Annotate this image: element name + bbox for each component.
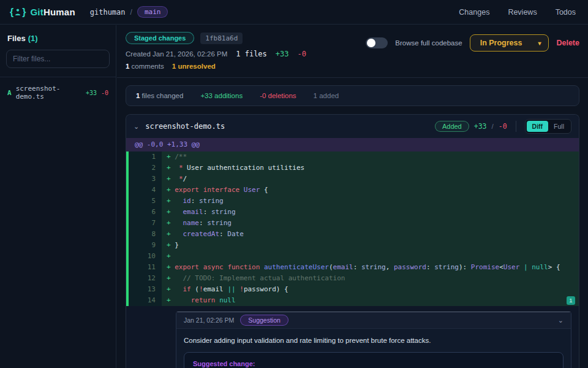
review-badges-row: Staged changes 1fb81a6d [126,32,306,44]
files-count-text: 1 files [236,50,267,58]
repo-name: githuman [90,8,126,17]
diff-line: 11+ export async function authenticateUs… [126,262,579,273]
diff-line: 13+ if (!email || !password) { [126,284,579,295]
comment-panel: Jan 21, 02:26 PM Suggestion ⌄ Consider a… [176,312,571,368]
diff-line: 3+ */ [126,174,579,185]
line-number: 2 [129,163,162,174]
line-content: + if (!email || !password) { [162,284,579,295]
brace-right: } [22,7,26,18]
delete-button[interactable]: Delete [556,39,579,47]
line-content: + id: string [162,196,579,207]
diff-plus-marker: + [167,285,175,293]
files-count: (1) [28,34,38,43]
brand-name: GitHuman [30,7,75,17]
comment-timestamp: Jan 21, 02:26 PM [184,316,234,324]
line-number: 8 [129,229,162,240]
view-mode-segmented-control: Diff Full [525,119,571,134]
diff-line: 6+ email: string [126,207,579,218]
files-label: Files [7,34,26,43]
diff-plus-marker: + [167,208,175,216]
nav-reviews[interactable]: Reviews [508,8,537,17]
suggested-change-box: Suggested change: [184,352,564,368]
comment-header: Jan 21, 02:26 PM Suggestion ⌄ [176,312,571,329]
diff-plus-marker: + [167,175,175,183]
diff-plus-marker: + [167,186,175,194]
deletions-count: -0 [298,50,306,58]
app-header: { } GitHuman githuman / main Changes Rev… [0,0,588,25]
diff-plus-marker: + [167,197,175,205]
collapse-chevron-icon[interactable]: ⌄ [134,123,139,131]
additions-count: +33 [276,50,289,58]
diff-view-button[interactable]: Diff [527,121,549,132]
file-name: screenshot-demo.ts [16,85,81,101]
browse-codebase-label: Browse full codebase [395,39,462,47]
file-deletions-count: -0 [499,122,507,131]
diff-line: 4+ export interface User { [126,185,579,196]
filter-files-input[interactable] [6,50,110,68]
line-content: + export interface User { [162,185,579,196]
file-card-actions: Added +33 / -0 Diff Full [435,119,571,134]
line-number: 7 [129,218,162,229]
line-content: + name: string [162,218,579,229]
stat-additions: +33 additions [200,92,243,99]
line-content: + // TODO: Implement actual authenticati… [162,273,579,284]
commit-hash-chip: 1fb81a6d [200,33,243,44]
browse-codebase-toggle[interactable] [366,37,388,48]
line-number: 14 [129,295,162,306]
comment-collapse-chevron-icon[interactable]: ⌄ [558,316,564,324]
line-comment-count-badge[interactable]: 1 [567,296,575,305]
line-content: + return null1 [162,295,579,306]
diff-plus-marker: + [167,296,175,304]
diff-line: 8+ createdAt: Date [126,229,579,240]
hunk-header: @@ -0,0 +1,33 @@ [126,138,579,151]
diff-file-name: screenshot-demo.ts [145,122,225,131]
stat-files-changed: 1 files changed [136,92,183,99]
file-card-title: ⌄ screenshot-demo.ts [134,122,225,131]
vertical-divider [516,121,516,132]
diff-line: 7+ name: string [126,218,579,229]
diff-line: 12+ // TODO: Implement actual authentica… [126,273,579,284]
line-content: + * User authentication utilities [162,163,579,174]
brace-left: { [10,7,13,18]
filter-box [6,50,110,68]
comment-text: Consider adding input validation and rat… [184,337,564,344]
brand-area: { } GitHuman githuman / main [10,6,168,18]
diff-stats-bar: 1 files changed +33 additions -0 deletio… [126,85,579,106]
line-content: + export async function authenticateUser… [162,262,579,273]
toggle-knob [367,39,375,47]
file-list: A screenshot-demo.ts +33 -0 [0,77,116,104]
suggestion-badge: Suggestion [240,315,288,326]
chevron-down-icon: ▾ [538,40,541,47]
review-status-select[interactable]: In Progress ▾ [470,34,549,52]
line-content: + email: string [162,207,579,218]
line-number: 12 [129,273,162,284]
main-content: Staged changes 1fb81a6d Created Jan 21, … [117,25,588,368]
diff-line: 10+ [126,251,579,262]
stat-deletions: -0 deletions [260,92,296,99]
githuman-logo-icon: { } GitHuman [10,7,75,18]
line-content: + */ [162,174,579,185]
stat-added: 1 added [314,92,339,99]
line-number: 11 [129,262,162,273]
line-number: 13 [129,284,162,295]
nav-changes[interactable]: Changes [459,8,489,17]
line-content: + /** [162,151,579,163]
unresolved-count: 1 unresolved [172,63,216,70]
nav-todos[interactable]: Todos [556,8,576,17]
line-number: 6 [129,207,162,218]
person-icon [15,9,21,16]
file-list-item[interactable]: A screenshot-demo.ts +33 -0 [0,81,116,104]
line-number: 10 [129,251,162,262]
diff-plus-marker: + [167,164,175,172]
branch-badge[interactable]: main [137,6,168,18]
line-content: + [162,251,579,262]
diff-line: 9+ } [126,240,579,251]
diff-plus-marker: + [167,230,175,238]
staged-changes-badge: Staged changes [126,32,194,44]
diff-line: 14+ return null1 [126,295,579,306]
comments-label: comments [132,63,164,70]
diff-line: 2+ * User authentication utilities [126,163,579,174]
full-view-button[interactable]: Full [548,121,570,132]
line-number: 3 [129,174,162,185]
files-sidebar: Files(1) A screenshot-demo.ts +33 -0 [0,25,116,368]
